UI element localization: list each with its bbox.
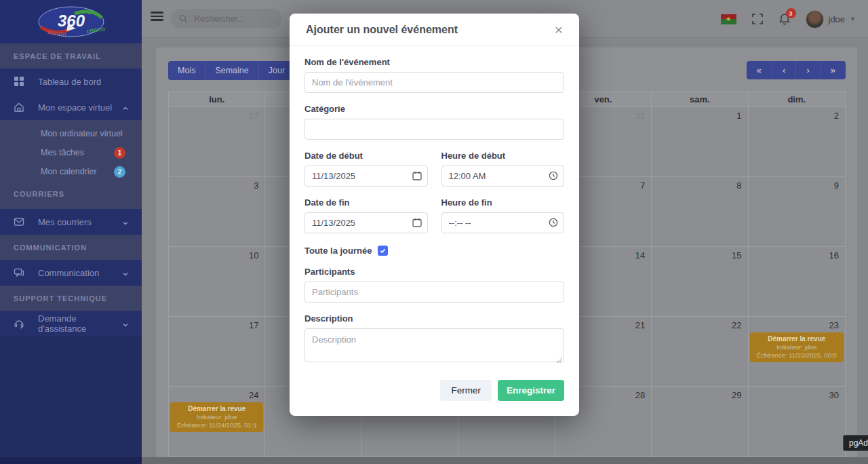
calendar-cell[interactable]: 2 — [749, 107, 845, 177]
calendar-cell[interactable]: 15 — [652, 247, 748, 317]
calendar-cell[interactable]: 3 — [169, 177, 265, 247]
calendar-cell[interactable]: 29 — [652, 387, 748, 457]
view-week-button[interactable]: Semaine — [205, 61, 258, 80]
event-title: Démarrer la revue — [752, 335, 842, 343]
headset-icon — [14, 318, 25, 330]
date-number: 15 — [652, 247, 747, 262]
logo-360-icon: 360 COGITO COGITO — [27, 4, 115, 39]
view-month-button[interactable]: Mois — [168, 61, 205, 80]
sidebar-bottom-strip — [0, 457, 142, 464]
event-name-input[interactable] — [304, 72, 564, 93]
search-input[interactable] — [194, 14, 269, 24]
home-icon — [14, 102, 25, 113]
calendar-event[interactable]: Démarrer la revueInitiateur: jdoeÉchéanc… — [750, 332, 844, 362]
event-title: Démarrer la revue — [172, 405, 261, 412]
calendar-cell[interactable]: 24Démarrer la revueInitiateur: jdoeÉchéa… — [169, 387, 265, 457]
participants-input[interactable] — [304, 282, 564, 303]
fullscreen-icon[interactable] — [751, 13, 764, 25]
calendar-event[interactable]: Démarrer la revueInitiateur: jdoeÉchéanc… — [170, 402, 263, 432]
date-number: 29 — [652, 387, 747, 402]
username: jdoe — [829, 14, 846, 24]
section-communication: COMMUNICATION — [0, 235, 142, 260]
chevron-down-icon — [122, 269, 130, 277]
sidebar-item-label: Mon espace virtuel — [38, 102, 122, 113]
end-time-input[interactable] — [441, 212, 565, 233]
app-logo[interactable]: 360 COGITO COGITO — [0, 0, 142, 43]
calendar-cell[interactable]: 30 — [749, 387, 845, 457]
chevron-down-icon: ▼ — [850, 16, 856, 22]
event-detail: Échéance: 11/24/2025, 01:1 — [172, 421, 261, 429]
notifications-bell-icon[interactable]: 3 — [778, 13, 791, 26]
calendar-cell[interactable]: 17 — [169, 317, 265, 387]
chevron-down-icon — [122, 320, 130, 328]
calendar-cell[interactable]: 10 — [169, 247, 265, 317]
grid-icon — [14, 76, 25, 88]
event-name-label: Nom de l'événement — [304, 57, 564, 67]
sidebar-item-label: Mes courriers — [38, 217, 122, 227]
subitem-label: Mon calendrier — [41, 167, 114, 176]
sidebar-item-dashboard[interactable]: Tableau de bord — [0, 69, 142, 94]
date-number: 9 — [749, 177, 845, 192]
calendar-cell[interactable]: 9 — [749, 177, 845, 247]
sidebar-subitem-my-calendar[interactable]: Mon calendrier 2 — [0, 162, 142, 181]
chevron-down-icon — [122, 218, 130, 226]
add-event-modal: Ajouter un nouvel événement × Nom de l'é… — [290, 14, 579, 416]
day-header: dim. — [749, 92, 845, 107]
sidebar-subitem-virtual-computer[interactable]: Mon ordinateur virtuel — [0, 124, 142, 143]
save-button[interactable]: Enregistrer — [498, 380, 564, 401]
calendar-cell[interactable]: 16 — [749, 247, 845, 317]
section-espace-de-travail: ESPACE DE TRAVAIL — [0, 43, 142, 69]
calendar-cell[interactable]: 22 — [652, 317, 748, 387]
nav-first-button[interactable]: « — [747, 61, 772, 79]
nav-last-button[interactable]: » — [821, 61, 846, 79]
calendar-cell[interactable]: 27 — [169, 107, 265, 177]
sidebar-item-assistance[interactable]: Demande d'assistance — [0, 311, 142, 336]
event-detail: Initiateur: jdoe — [172, 413, 261, 421]
envelope-icon — [14, 216, 25, 228]
nav-prev-button[interactable]: ‹ — [772, 61, 796, 79]
day-header: sam. — [652, 92, 748, 107]
sidebar: 360 COGITO COGITO ESPACE DE TRAVAIL Tabl… — [0, 0, 142, 464]
start-date-input[interactable] — [304, 166, 428, 187]
description-textarea[interactable] — [304, 328, 564, 362]
close-button[interactable]: Fermer — [440, 380, 492, 401]
close-icon[interactable]: × — [555, 24, 563, 35]
notification-count-badge: 3 — [786, 8, 796, 18]
tasks-count-badge: 1 — [114, 147, 125, 159]
participants-label: Participants — [304, 267, 564, 277]
start-time-input[interactable] — [441, 166, 565, 187]
sidebar-item-label: Demande d'assistance — [38, 313, 122, 334]
sidebar-item-communication[interactable]: Communication — [0, 260, 142, 286]
calendar-cell[interactable]: 23Démarrer la revueInitiateur: jdoeÉchéa… — [749, 317, 845, 387]
description-label: Description — [304, 313, 564, 324]
pgadmin-tooltip: pgAd — [843, 435, 868, 451]
category-input[interactable] — [304, 119, 564, 140]
date-number: 22 — [652, 317, 747, 332]
date-number: 1 — [652, 107, 747, 122]
date-number: 17 — [169, 317, 264, 332]
calendar-cell[interactable]: 8 — [652, 177, 748, 247]
sidebar-item-my-mails[interactable]: Mes courriers — [0, 209, 142, 235]
user-menu[interactable]: jdoe ▼ — [806, 10, 856, 28]
search-box[interactable] — [171, 9, 282, 28]
view-switcher: Mois Semaine Jour — [168, 61, 294, 80]
search-icon — [179, 14, 188, 23]
nav-next-button[interactable]: › — [796, 61, 820, 79]
hamburger-menu-icon[interactable] — [151, 12, 163, 21]
sidebar-subitem-my-tasks[interactable]: Mes tâches 1 — [0, 143, 142, 162]
start-time-label: Heure de début — [441, 151, 565, 161]
modal-title: Ajouter un nouvel événement — [306, 24, 458, 36]
section-courriers: COURRIERS — [0, 181, 142, 206]
date-number: 8 — [652, 177, 747, 192]
end-date-input[interactable] — [304, 212, 428, 233]
section-support-technique: SUPPORT TECHNIQUE — [0, 286, 142, 311]
calendar-cell[interactable]: 1 — [652, 107, 748, 177]
date-number: 3 — [169, 177, 264, 192]
tooltip-text: pgAd — [849, 438, 868, 448]
calendar-count-badge: 2 — [114, 166, 125, 178]
allday-checkbox[interactable] — [378, 246, 388, 256]
language-flag-icon[interactable]: ★ — [721, 14, 736, 24]
end-time-label: Heure de fin — [441, 197, 565, 208]
event-detail: Échéance: 11/23/2025, 00:0 — [752, 351, 842, 359]
sidebar-item-virtual-space[interactable]: Mon espace virtuel — [0, 94, 142, 120]
